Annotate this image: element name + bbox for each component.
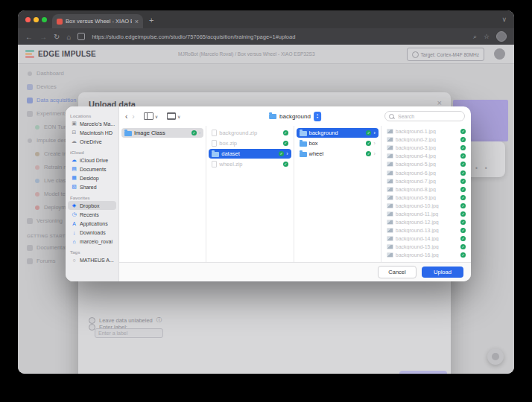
image-file-icon bbox=[387, 179, 393, 184]
file-row[interactable]: background-3.jpg✓ bbox=[384, 144, 469, 152]
image-file-icon bbox=[387, 170, 393, 176]
finder-item-icloud-drive[interactable]: ☁iCloud Drive bbox=[68, 156, 116, 165]
finder-toolbar: ‹ › ∨ ∨ background ▴▾ bbox=[119, 106, 471, 126]
sidebar-item-dashboard[interactable]: Dashboard bbox=[27, 69, 78, 77]
file-row[interactable]: background.zip✓ bbox=[209, 128, 291, 138]
minimize-window-button[interactable] bbox=[34, 17, 39, 22]
target-icon bbox=[412, 51, 419, 58]
file-row[interactable]: background-12.jpg✓ bbox=[384, 218, 469, 226]
finder-column-4: background-1.jpg✓ background-2.jpg✓ back… bbox=[381, 126, 471, 262]
group-control[interactable]: ∨ bbox=[167, 112, 180, 120]
finder-item-macintosh-hd[interactable]: ⊟Macintosh HD bbox=[68, 128, 116, 137]
image-file-icon bbox=[387, 145, 393, 150]
edge-impulse-logo[interactable]: EDGE IMPULSE bbox=[25, 50, 96, 58]
option-leave-unlabeled[interactable]: Leave data unlabeled ⓘ bbox=[89, 316, 162, 324]
upload-data-button[interactable]: Upload data bbox=[399, 371, 447, 374]
file-row[interactable]: background-14.jpg✓ bbox=[384, 234, 469, 243]
finder-item-onedrive[interactable]: ☁OneDrive bbox=[68, 137, 116, 146]
sidebar-heading-icloud: iCloud bbox=[70, 150, 114, 155]
computer-icon: ▣ bbox=[71, 121, 77, 127]
reload-icon[interactable]: ↻ bbox=[54, 33, 60, 41]
finder-item-shared[interactable]: ▧Shared bbox=[68, 182, 116, 191]
file-row[interactable]: box.zip✓ bbox=[209, 138, 291, 148]
radio-icon[interactable] bbox=[89, 317, 95, 324]
finder-item-downloads[interactable]: ↓Downloads bbox=[68, 228, 116, 237]
finder-item-home[interactable]: ⌂marcelo_rovai bbox=[68, 237, 116, 246]
label-input[interactable] bbox=[95, 328, 163, 338]
chevron-right-icon: › bbox=[199, 130, 200, 135]
close-window-button[interactable] bbox=[25, 17, 31, 22]
file-row[interactable]: wheel✓› bbox=[297, 149, 379, 159]
image-file-icon bbox=[387, 244, 393, 249]
path-popup[interactable]: background ▴▾ bbox=[267, 110, 323, 122]
documentation-icon bbox=[27, 245, 33, 251]
zip-file-icon bbox=[212, 130, 217, 136]
finder-forward-icon[interactable]: › bbox=[132, 112, 134, 121]
sync-check-icon: ✓ bbox=[460, 179, 466, 184]
downloads-icon: ↓ bbox=[71, 230, 77, 235]
finder-back-icon[interactable]: ‹ bbox=[125, 112, 127, 121]
chevron-right-icon: › bbox=[286, 151, 288, 156]
finder-item-applications[interactable]: AApplications bbox=[68, 219, 116, 228]
file-row[interactable]: background-10.jpg✓ bbox=[384, 202, 469, 210]
file-row[interactable]: background-6.jpg✓ bbox=[384, 168, 469, 176]
user-avatar[interactable] bbox=[494, 48, 505, 60]
cancel-button[interactable]: Cancel bbox=[378, 266, 417, 278]
browser-tab[interactable]: Box versus Wheel - XIAO E... × bbox=[52, 14, 143, 28]
dropbox-icon: ◈ bbox=[71, 202, 77, 208]
address-bar[interactable]: https://studio.edgeimpulse.com/studio/75… bbox=[92, 34, 466, 40]
finder-item-recents[interactable]: ◷Recents bbox=[68, 210, 116, 219]
file-row[interactable]: background-1.jpg✓ bbox=[384, 127, 469, 135]
finder-search-input[interactable] bbox=[396, 113, 460, 120]
file-row[interactable]: background-8.jpg✓ bbox=[384, 185, 469, 194]
forward-icon[interactable]: → bbox=[39, 33, 47, 41]
sidebar-item-devices[interactable]: Devices bbox=[27, 83, 78, 91]
folder-icon bbox=[300, 152, 307, 157]
file-row[interactable]: box✓› bbox=[297, 138, 379, 148]
finder-item-desktop[interactable]: ▦Desktop bbox=[68, 173, 116, 182]
file-row[interactable]: Image Class✓› bbox=[121, 128, 203, 138]
tab-list-chevron-icon[interactable]: ∨ bbox=[501, 16, 507, 23]
file-row[interactable]: background-7.jpg✓ bbox=[384, 177, 469, 185]
file-row[interactable]: background-16.jpg✓ bbox=[384, 251, 469, 259]
view-mode-control[interactable]: ∨ bbox=[144, 112, 158, 120]
finder-item-computer[interactable]: ▣Marcelo's Ma... bbox=[68, 119, 116, 128]
upload-button[interactable]: Upload bbox=[422, 267, 463, 278]
file-row[interactable]: background-4.jpg✓ bbox=[384, 152, 469, 160]
file-row[interactable]: background-13.jpg✓ bbox=[384, 226, 469, 234]
file-row[interactable]: background-5.jpg✓ bbox=[384, 160, 469, 168]
desktop-icon: ▦ bbox=[71, 175, 77, 181]
file-row[interactable]: background-11.jpg✓ bbox=[384, 210, 469, 218]
file-row[interactable]: background-9.jpg✓ bbox=[384, 194, 469, 202]
sync-check-icon: ✓ bbox=[366, 151, 371, 156]
site-info-icon[interactable] bbox=[77, 33, 85, 40]
home-icon[interactable]: ⌂ bbox=[66, 33, 71, 41]
sync-check-icon: ✓ bbox=[460, 129, 466, 134]
target-device-button[interactable]: Target: Cortex-M4F 80MHz bbox=[407, 48, 484, 61]
sync-check-icon: ✓ bbox=[460, 170, 466, 176]
breadcrumb[interactable]: MJRoBot (Marcelo Rovai) / Box versus Whe… bbox=[178, 51, 315, 57]
bookmark-star-icon[interactable]: ☆ bbox=[484, 33, 490, 40]
file-row[interactable]: background-15.jpg✓ bbox=[384, 243, 469, 251]
sidebar-item-data-acquisition[interactable]: Data acquisition bbox=[27, 96, 78, 104]
help-button[interactable] bbox=[487, 348, 504, 365]
back-icon[interactable]: ← bbox=[25, 33, 33, 41]
finder-item-dropbox[interactable]: ◈Dropbox bbox=[68, 201, 116, 210]
file-row-selected[interactable]: background✓› bbox=[297, 128, 379, 138]
search-icon[interactable]: ⌕ bbox=[473, 33, 477, 41]
file-row[interactable]: wheel.zip✓ bbox=[209, 159, 291, 169]
file-row-selected[interactable]: dataset✓› bbox=[209, 149, 291, 159]
zip-file-icon bbox=[212, 140, 217, 147]
finder-item-tag[interactable]: ○MATHEUS A... bbox=[68, 255, 116, 264]
close-tab-icon[interactable]: × bbox=[135, 18, 139, 25]
new-tab-button[interactable]: + bbox=[149, 16, 153, 25]
file-row[interactable]: background-2.jpg✓ bbox=[384, 135, 469, 144]
logo-text: EDGE IMPULSE bbox=[38, 50, 96, 58]
image-file-icon bbox=[387, 137, 393, 142]
finder-item-documents[interactable]: ▤Documents bbox=[68, 165, 116, 173]
browser-profile-avatar[interactable] bbox=[496, 31, 507, 42]
zoom-window-button[interactable] bbox=[42, 17, 47, 22]
tag-circle-icon: ○ bbox=[71, 258, 77, 263]
finder-search-field[interactable] bbox=[384, 111, 465, 121]
folder-icon bbox=[124, 131, 132, 136]
